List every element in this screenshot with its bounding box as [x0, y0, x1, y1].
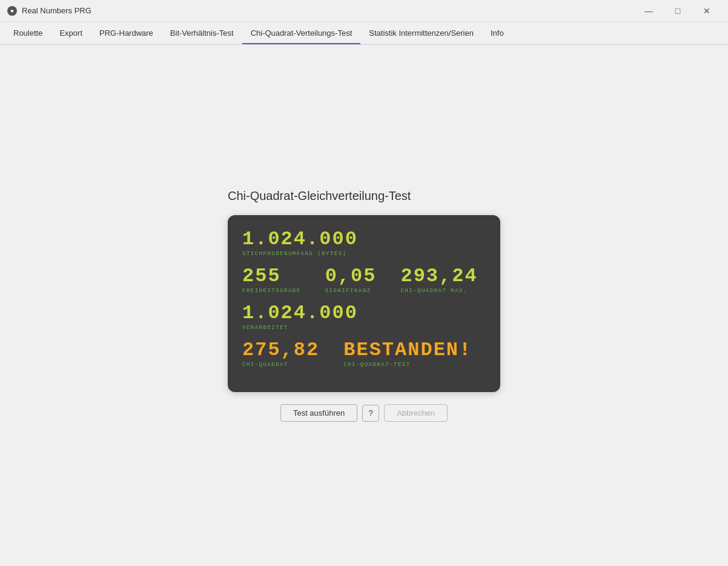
tab-export[interactable]: Export	[51, 21, 91, 44]
result-cell: BESTANDEN! CHI-QUADRAT-TEST	[343, 341, 472, 368]
tab-bit-verhaltnis[interactable]: Bit-Verhältnis-Test	[162, 21, 242, 44]
tab-statistik[interactable]: Statistik Intermittenzen/Serien	[360, 21, 482, 44]
close-button[interactable]: ✕	[693, 2, 721, 20]
display-card: 1.024.000 STICHPROBENUMFANG (BYTES) 255 …	[228, 215, 500, 392]
freiheitsgrade-value: 255	[242, 267, 301, 286]
chi-cell: 275,82 CHI-QUADRAT	[242, 341, 319, 368]
chi-label: CHI-QUADRAT	[242, 362, 319, 368]
maximize-button[interactable]: □	[664, 2, 692, 20]
title-bar: ● Real Numbers PRG — □ ✕	[0, 0, 728, 22]
result-label: CHI-QUADRAT-TEST	[343, 362, 472, 368]
result-row: 275,82 CHI-QUADRAT BESTANDEN! CHI-QUADRA…	[242, 341, 486, 368]
chi-max-value: 293,24	[400, 267, 477, 286]
stichprobe-row: 1.024.000 STICHPROBENUMFANG (BYTES)	[242, 230, 486, 257]
verarbeitet-label: VERARBEITET	[242, 325, 486, 331]
chi-max-cell: 293,24 CHI-QUADRAT MAX.	[400, 267, 477, 294]
verarbeitet-row: 1.024.000 VERARBEITET	[242, 304, 486, 331]
app-icon: ●	[7, 6, 17, 16]
stichprobe-value: 1.024.000	[242, 230, 486, 249]
verarbeitet-value: 1.024.000	[242, 304, 486, 323]
tab-chi-quadrat[interactable]: Chi-Quadrat-Verteilungs-Test	[242, 21, 361, 44]
help-button[interactable]: ?	[362, 405, 379, 422]
metrics-row: 255 FREIHEITSGRADE 0,05 SIGNIFIKANZ 293,…	[242, 267, 486, 294]
button-row: Test ausführen ? Abbrechen	[280, 404, 448, 422]
run-test-button[interactable]: Test ausführen	[280, 404, 357, 422]
stichprobe-label: STICHPROBENUMFANG (BYTES)	[242, 251, 486, 257]
cancel-button[interactable]: Abbrechen	[384, 404, 448, 422]
signifikanz-value: 0,05	[325, 267, 377, 286]
tab-prg-hardware[interactable]: PRG-Hardware	[91, 21, 162, 44]
title-controls: — □ ✕	[635, 2, 721, 20]
signifikanz-label: SIGNIFIKANZ	[325, 288, 377, 294]
app-title: Real Numbers PRG	[22, 6, 91, 15]
section-title: Chi-Quadrat-Gleichverteilung-Test	[228, 189, 411, 203]
title-bar-left: ● Real Numbers PRG	[7, 6, 91, 16]
tab-bar: Roulette Export PRG-Hardware Bit-Verhält…	[0, 22, 728, 45]
freiheitsgrade-cell: 255 FREIHEITSGRADE	[242, 267, 301, 294]
main-content: Chi-Quadrat-Gleichverteilung-Test 1.024.…	[0, 45, 728, 566]
tab-info[interactable]: Info	[482, 21, 512, 44]
result-value: BESTANDEN!	[343, 341, 472, 360]
tab-roulette[interactable]: Roulette	[5, 21, 51, 44]
freiheitsgrade-label: FREIHEITSGRADE	[242, 288, 301, 294]
chi-value: 275,82	[242, 341, 319, 360]
minimize-button[interactable]: —	[635, 2, 663, 20]
chi-max-label: CHI-QUADRAT MAX.	[400, 288, 477, 294]
signifikanz-cell: 0,05 SIGNIFIKANZ	[325, 267, 377, 294]
